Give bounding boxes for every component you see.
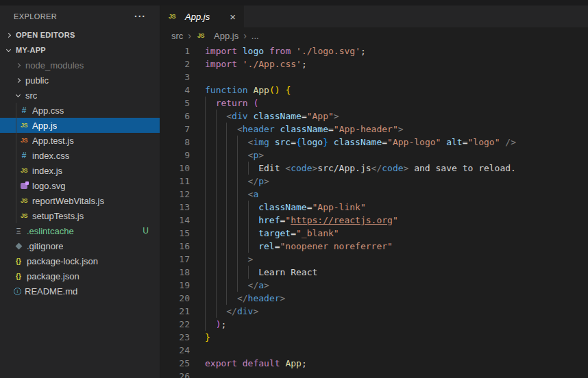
explorer-title: EXPLORER [14,12,57,21]
indent-guide [205,123,216,136]
code-text: </div> [205,305,258,318]
code-line[interactable]: 3 [160,71,588,84]
code-line[interactable]: 25export default App; [160,357,588,370]
code-line[interactable]: 15target="_blank" [160,227,588,240]
tree-item-app.test.js[interactable]: JSApp.test.js [0,133,160,148]
breadcrumb-item-src[interactable]: src [171,31,183,41]
code-line[interactable]: 16rel="noopener noreferrer" [160,240,588,253]
code-token: Learn React [258,267,317,277]
indent-guide [216,292,227,305]
code-line[interactable]: 5return ( [160,97,588,110]
code-line[interactable]: 9<p> [160,149,588,162]
chevron-right-icon [16,77,21,82]
code-text: <div className="App"> [205,110,339,123]
tree-item-app.css[interactable]: #App.css [0,103,160,118]
code-line[interactable]: 1import logo from './logo.svg'; [160,45,588,58]
code-line[interactable]: 12<a [160,188,588,201]
file-name: package-lock.json [27,256,98,266]
breadcrumb: src › JS App.js › ... [160,27,588,44]
tree-item-public[interactable]: public [0,73,160,88]
tree-item-src[interactable]: src [0,88,160,103]
tree-item-.eslintcache[interactable]: Ξ.eslintcacheU [0,223,160,238]
code-line[interactable]: 20</header> [160,292,588,305]
section-label: MY-APP [16,46,46,54]
code-token: a [253,189,258,199]
tree-item-reportwebvitals.js[interactable]: JSreportWebVitals.js [0,193,160,208]
tree-item-package-lock.json[interactable]: {}package-lock.json [0,253,160,268]
line-number: 17 [160,253,190,266]
code-token: > [398,124,404,134]
indent-guide [237,266,248,279]
more-actions-icon[interactable]: ··· [134,14,146,19]
tree-item-package.json[interactable]: {}package.json [0,268,160,284]
tree-item-logo.svg[interactable]: logo.svg [0,178,160,193]
indent-guide [226,201,237,214]
code-text: export default App; [205,357,307,370]
tree-item-setuptests.js[interactable]: JSsetupTests.js [0,208,160,223]
code-token: className [334,137,382,147]
tree-item-.gitignore[interactable]: .gitignore [0,238,160,253]
indent-guide [237,227,248,240]
code-line[interactable]: 21</div> [160,305,588,318]
indent-guide [248,227,259,240]
code-line[interactable]: 4function App() { [160,84,588,97]
tree-item-readme.md[interactable]: iREADME.md [0,284,160,299]
code-line[interactable]: 22); [160,318,588,331]
indent-guide [226,266,237,279]
tab-app-js[interactable]: JS App.js × [160,5,244,27]
code-line[interactable]: 13className="App-link" [160,201,588,214]
chevron-box [16,64,25,67]
breadcrumb-item-app-js[interactable]: App.js [214,31,238,41]
indent-guide [216,110,227,123]
code-token: </ [226,306,237,316]
code-line[interactable]: 24 [160,344,588,357]
code-line[interactable]: 8<img src={logo} className="App-logo" al… [160,136,588,149]
code-text: > [205,253,253,266]
indent-guide [205,292,216,305]
section-my-app[interactable]: MY-APP [0,42,160,58]
code-line[interactable]: 26 [160,370,588,378]
code-token: </ [371,163,382,173]
tree-item-index.css[interactable]: #index.css [0,148,160,163]
code-token: > [280,293,286,303]
code-text: rel="noopener noreferrer" [205,240,393,253]
code-line[interactable]: 7<header className="App-header"> [160,123,588,136]
code-area[interactable]: 1import logo from './logo.svg';2import '… [160,44,588,378]
css-file-icon: # [19,151,29,160]
tree-item-node_modules[interactable]: node_modules [0,58,160,73]
line-number: 9 [160,149,190,162]
code-line[interactable]: 10Edit <code>src/App.js</code> and save … [160,162,588,175]
indent-guide [237,162,248,175]
section-open-editors[interactable]: OPEN EDITORS [0,27,160,42]
indent-guide [216,188,227,201]
js-file-icon: JS [19,166,29,175]
tree-item-index.js[interactable]: JSindex.js [0,163,160,178]
code-line[interactable]: 23} [160,331,588,344]
code-line[interactable]: 18Learn React [160,266,588,279]
code-text: Learn React [205,266,317,279]
indent-guide [248,162,259,175]
line-number: 20 [160,292,190,305]
code-line[interactable]: 14href="https://reactjs.org" [160,214,588,227]
close-icon[interactable]: × [228,12,237,22]
js-file-icon: JS [196,31,206,40]
tree-item-app.js[interactable]: JSApp.js [0,118,160,133]
code-line[interactable]: 6<div className="App"> [160,110,588,123]
indent-guide [216,266,227,279]
code-text: <header className="App-header"> [205,123,404,136]
code-token: "logo" [468,137,500,147]
code-text: <img src={logo} className="App-logo" alt… [205,136,516,149]
code-token: </ [248,176,259,186]
code-line[interactable]: 11</p> [160,175,588,188]
code-token: className [253,111,301,121]
breadcrumb-item-symbols[interactable]: ... [252,31,259,41]
line-number: 19 [160,279,190,292]
code-line[interactable]: 17> [160,253,588,266]
code-token: className [280,124,328,134]
code-line[interactable]: 19</a> [160,279,588,292]
code-token: header [243,124,275,134]
code-token [269,137,275,147]
code-token: div [232,111,247,121]
code-line[interactable]: 2import './App.css'; [160,58,588,71]
indent-guide [205,266,216,279]
